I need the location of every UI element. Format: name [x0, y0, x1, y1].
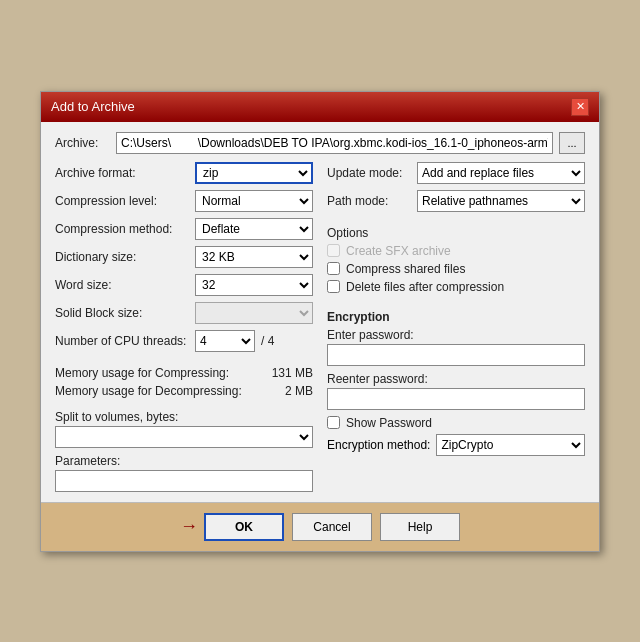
update-mode-label: Update mode: — [327, 166, 417, 180]
parameters-input[interactable] — [55, 470, 313, 492]
cpu-threads-select[interactable]: 4 — [195, 330, 255, 352]
split-volumes-row: Split to volumes, bytes: — [55, 410, 313, 448]
solid-block-size-row: Solid Block size: — [55, 302, 313, 324]
encryption-method-row: Encryption method: ZipCrypto AES-256 — [327, 434, 585, 456]
word-size-select[interactable]: 32 — [195, 274, 313, 296]
show-password-checkbox[interactable] — [327, 416, 340, 429]
delete-after-checkbox[interactable] — [327, 280, 340, 293]
encryption-title: Encryption — [327, 310, 585, 324]
close-button[interactable]: ✕ — [571, 98, 589, 116]
encryption-group: Encryption Enter password: Reenter passw… — [327, 310, 585, 456]
create-sfx-checkbox[interactable] — [327, 244, 340, 257]
bottom-bar: → OK Cancel Help — [41, 502, 599, 551]
memory-compressing-label: Memory usage for Compressing: — [55, 366, 263, 380]
word-size-label: Word size: — [55, 278, 195, 292]
update-mode-row: Update mode: Add and replace files Updat… — [327, 162, 585, 184]
show-password-label: Show Password — [346, 416, 432, 430]
compress-shared-row: Compress shared files — [327, 262, 585, 276]
compress-shared-checkbox[interactable] — [327, 262, 340, 275]
compression-level-label: Compression level: — [55, 194, 195, 208]
archive-label: Archive: — [55, 136, 110, 150]
compression-method-label: Compression method: — [55, 222, 195, 236]
right-column: Update mode: Add and replace files Updat… — [327, 162, 585, 492]
cancel-button[interactable]: Cancel — [292, 513, 372, 541]
path-mode-select[interactable]: Relative pathnames Full pathnames — [417, 190, 585, 212]
path-mode-label: Path mode: — [327, 194, 417, 208]
enter-password-input[interactable] — [327, 344, 585, 366]
dialog-title: Add to Archive — [51, 99, 135, 114]
title-bar: Add to Archive ✕ — [41, 92, 599, 122]
parameters-row: Parameters: — [55, 454, 313, 492]
options-title: Options — [327, 226, 585, 240]
compression-method-select[interactable]: Deflate — [195, 218, 313, 240]
memory-compressing-value: 131 MB — [263, 366, 313, 380]
update-mode-select[interactable]: Add and replace files Update and add fil… — [417, 162, 585, 184]
compression-level-row: Compression level: Normal — [55, 190, 313, 212]
path-mode-row: Path mode: Relative pathnames Full pathn… — [327, 190, 585, 212]
cpu-threads-row: Number of CPU threads: 4 / 4 — [55, 330, 313, 352]
ok-arrow-area: → OK — [180, 513, 284, 541]
split-volumes-select[interactable] — [55, 426, 313, 448]
archive-format-select[interactable]: zip 7z tar gzip — [195, 162, 313, 184]
left-column: Archive format: zip 7z tar gzip Compress… — [55, 162, 313, 492]
compression-level-select[interactable]: Normal — [195, 190, 313, 212]
cpu-max-value: / 4 — [261, 334, 274, 348]
cpu-threads-label: Number of CPU threads: — [55, 334, 195, 348]
solid-block-size-select[interactable] — [195, 302, 313, 324]
compression-method-row: Compression method: Deflate — [55, 218, 313, 240]
dictionary-size-row: Dictionary size: 32 KB — [55, 246, 313, 268]
main-content: Archive format: zip 7z tar gzip Compress… — [55, 162, 585, 492]
compress-shared-label: Compress shared files — [346, 262, 465, 276]
add-to-archive-dialog: Add to Archive ✕ Archive: ... Archive fo… — [40, 91, 600, 552]
dictionary-size-label: Dictionary size: — [55, 250, 195, 264]
browse-button[interactable]: ... — [559, 132, 585, 154]
reenter-password-input[interactable] — [327, 388, 585, 410]
archive-path-input[interactable] — [116, 132, 553, 154]
archive-row: Archive: ... — [55, 132, 585, 154]
enter-password-label: Enter password: — [327, 328, 585, 342]
create-sfx-row: Create SFX archive — [327, 244, 585, 258]
word-size-row: Word size: 32 — [55, 274, 313, 296]
options-group: Options Create SFX archive Compress shar… — [327, 226, 585, 294]
solid-block-size-label: Solid Block size: — [55, 306, 195, 320]
dialog-body: Archive: ... Archive format: zip 7z tar … — [41, 122, 599, 502]
encryption-method-select[interactable]: ZipCrypto AES-256 — [436, 434, 585, 456]
show-password-row: Show Password — [327, 416, 585, 430]
memory-decompressing-row: Memory usage for Decompressing: 2 MB — [55, 384, 313, 398]
memory-decompressing-label: Memory usage for Decompressing: — [55, 384, 263, 398]
delete-after-label: Delete files after compression — [346, 280, 504, 294]
delete-after-row: Delete files after compression — [327, 280, 585, 294]
archive-format-row: Archive format: zip 7z tar gzip — [55, 162, 313, 184]
parameters-label: Parameters: — [55, 454, 313, 468]
dictionary-size-select[interactable]: 32 KB — [195, 246, 313, 268]
memory-compressing-row: Memory usage for Compressing: 131 MB — [55, 366, 313, 380]
ok-arrow-icon: → — [180, 516, 198, 537]
archive-format-label: Archive format: — [55, 166, 195, 180]
split-volumes-label: Split to volumes, bytes: — [55, 410, 313, 424]
help-button[interactable]: Help — [380, 513, 460, 541]
ok-button[interactable]: OK — [204, 513, 284, 541]
create-sfx-label: Create SFX archive — [346, 244, 451, 258]
memory-decompressing-value: 2 MB — [263, 384, 313, 398]
reenter-password-label: Reenter password: — [327, 372, 585, 386]
encryption-method-label: Encryption method: — [327, 438, 430, 452]
